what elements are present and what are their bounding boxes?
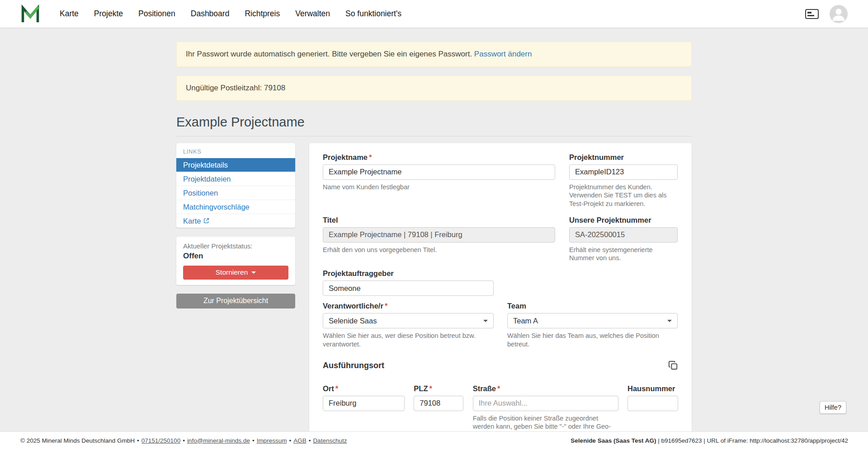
footer-left: © 2025 Mineral Minds Deutschland GmbH • … [20,437,347,444]
plz-input[interactable] [414,396,463,411]
top-navbar: Karte Projekte Positionen Dashboard Rich… [0,0,868,28]
cancel-project-button[interactable]: Stornieren [183,266,288,280]
nav-item-verwalten[interactable]: Verwalten [288,0,338,28]
form-row-client: Projektauftraggeber [323,269,678,296]
field-titel: Titel Erhält den von uns vorgegebenen Ti… [323,215,555,262]
invalid-zip-text: Ungültige Postleitzahl: 79108 [186,84,285,92]
projektname-input[interactable] [323,164,555,180]
sidebar-item-projektdetails[interactable]: Projektdetails [176,158,295,172]
sidebar-item-label: Positionen [183,188,218,197]
sidebar-links-card: LINKS Projektdetails Projektdateien Posi… [176,143,295,228]
brand-logo-icon[interactable] [20,4,40,24]
projektname-helper: Name vom Kunden festlegbar [323,183,555,192]
sidebar-item-matchingvorschlaege[interactable]: Matchingvorschläge [176,200,295,214]
sidebar-item-label: Karte [183,216,201,225]
user-avatar[interactable] [830,5,848,23]
projektname-label: Projektname* [323,153,555,162]
field-projektname: Projektname* Name vom Kunden festlegbar [323,153,555,208]
change-password-link[interactable]: Passwort ändern [474,50,532,58]
strasse-label: Straße* [473,384,618,393]
team-value: Team A [513,317,538,325]
ort-input[interactable] [323,396,405,411]
links-header: LINKS [176,143,295,158]
field-unsere-projektnummer: Unsere Projektnummer Erhält eine systemg… [569,215,678,262]
team-label: Team [507,301,678,310]
external-link-icon [203,218,209,224]
footer-session-info: Selenide Saas (Saas Test AG) | b91695ed7… [571,437,848,444]
verantwortlicher-helper: Wählen Sie hier aus, wer diese Position … [323,332,494,348]
cancel-button-label: Stornieren [216,268,248,276]
project-status-card: Aktueller Projektstatus: Offen Storniere… [176,237,295,285]
required-asterisk: * [429,384,432,393]
projektnummer-helper: Projektnummer des Kunden. Verwenden Sie … [569,183,678,208]
footer-agb-link[interactable]: AGB [293,437,307,444]
card-icon[interactable] [805,9,819,19]
projektauftraggeber-input[interactable] [323,281,494,296]
hausnummer-label: Hausnummer [627,384,678,393]
bullet-separator: • [252,437,255,444]
sidebar-item-label: Projektdateien [183,174,231,183]
nav-item-so-funktionierts[interactable]: So funktioniert's [338,0,409,28]
unsere-projektnummer-input [569,227,678,243]
password-warning-text: Ihr Passwort wurde automatisch generiert… [186,50,472,58]
page-title: Example Projectname [176,114,692,130]
unsere-projektnummer-helper: Erhält eine systemgenerierte Nummer von … [569,246,678,262]
footer-impressum-link[interactable]: Impressum [257,437,287,444]
project-overview-button[interactable]: Zur Projektübersicht [176,294,295,309]
sidebar-item-projektdateien[interactable]: Projektdateien [176,172,295,186]
password-warning-alert: Ihr Passwort wurde automatisch generiert… [176,42,692,67]
copy-icon[interactable] [668,360,678,370]
bullet-separator: • [137,437,139,444]
main-nav: Karte Projekte Positionen Dashboard Rich… [52,0,409,28]
bullet-separator: • [289,437,291,444]
sidebar: LINKS Projektdetails Projektdateien Posi… [176,143,295,309]
sidebar-item-positionen[interactable]: Positionen [176,186,295,200]
chevron-down-icon [483,320,488,322]
projektauftraggeber-label: Projektauftraggeber [323,269,494,278]
projektnummer-label: Projektnummer [569,153,678,162]
footer: © 2025 Mineral Minds Deutschland GmbH • … [0,431,868,449]
unsere-projektnummer-label: Unsere Projektnummer [569,215,678,224]
help-button[interactable]: Hilfe? [820,401,846,414]
nav-item-projekte[interactable]: Projekte [86,0,131,28]
sidebar-item-label: Projektdetails [183,160,228,169]
verantwortlicher-select[interactable]: Selenide Saas [323,313,494,328]
nav-item-dashboard[interactable]: Dashboard [183,0,237,28]
field-projektauftraggeber: Projektauftraggeber [323,269,494,296]
chevron-down-icon [667,320,672,322]
required-asterisk: * [385,302,387,310]
chevron-down-icon [251,271,256,274]
footer-datenschutz-link[interactable]: Datenschutz [313,437,347,444]
footer-copyright: © 2025 Mineral Minds Deutschland GmbH [20,437,135,444]
status-label: Aktueller Projektstatus: [183,242,288,250]
titel-label: Titel [323,215,555,224]
required-asterisk: * [369,153,372,161]
field-verantwortlicher: Verantwortliche/r* Selenide Saas Wählen … [323,301,494,348]
form-row-title-ournumber: Titel Erhält den von uns vorgegebenen Ti… [323,215,678,262]
projektnummer-input[interactable] [569,164,678,180]
content-layout: LINKS Projektdetails Projektdateien Posi… [176,143,692,449]
bullet-separator: • [183,437,185,444]
required-asterisk: * [497,384,500,393]
navbar-right [805,5,848,23]
project-details-form-card: Projektname* Name vom Kunden festlegbar … [309,143,692,449]
team-select[interactable]: Team A [507,313,678,328]
sidebar-item-karte[interactable]: Karte [176,214,295,228]
strasse-input[interactable] [473,396,618,411]
titel-helper: Erhält den von uns vorgegebenen Titel. [323,246,555,254]
field-team: Team Team A Wählen Sie hier das Team aus… [507,301,678,348]
footer-phone-link[interactable]: 07151/250100 [142,437,180,444]
form-row-name-number: Projektname* Name vom Kunden festlegbar … [323,153,678,208]
sidebar-item-label: Matchingvorschläge [183,202,250,211]
verantwortlicher-value: Selenide Saas [329,317,377,325]
footer-email-link[interactable]: info@mineral-minds.de [187,437,250,444]
nav-item-karte[interactable]: Karte [52,0,86,28]
plz-label: PLZ* [414,384,463,393]
required-asterisk: * [335,384,338,393]
ausfuehrungsort-section-header: Ausführungsort [323,360,678,370]
hausnummer-input[interactable] [627,396,678,411]
nav-item-richtpreis[interactable]: Richtpreis [237,0,288,28]
invalid-zip-alert: Ungültige Postleitzahl: 79108 [176,75,692,101]
nav-item-positionen[interactable]: Positionen [131,0,183,28]
verantwortlicher-label: Verantwortliche/r* [323,301,494,310]
